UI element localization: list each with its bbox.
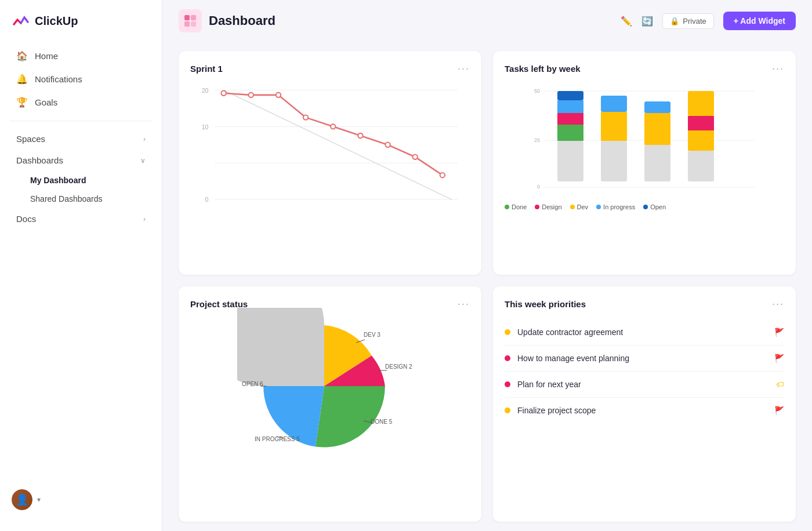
svg-rect-32 xyxy=(601,141,627,181)
svg-text:0: 0 xyxy=(537,184,540,190)
svg-rect-28 xyxy=(557,125,583,141)
svg-point-16 xyxy=(331,124,335,129)
priority-item-2-text: How to manage event planning xyxy=(517,354,629,363)
svg-point-18 xyxy=(385,143,390,147)
nav-divider-1 xyxy=(9,121,153,121)
svg-point-12 xyxy=(221,91,226,96)
svg-text:10: 10 xyxy=(202,124,209,130)
spaces-chevron: › xyxy=(143,135,146,143)
sidebar-item-goals[interactable]: 🏆 Goals xyxy=(5,90,157,114)
private-badge[interactable]: 🔒 Private xyxy=(662,13,713,29)
sprint-card-menu[interactable]: ··· xyxy=(458,63,470,75)
sprint-chart: 20 10 0 xyxy=(190,84,470,212)
docs-chevron: › xyxy=(143,215,146,223)
svg-point-14 xyxy=(276,93,281,97)
priority-item-1-left: Update contractor agreement xyxy=(505,328,623,337)
bar-chart-legend: Done Design Dev In progress xyxy=(505,203,784,210)
sidebar-item-shared-dashboards[interactable]: Shared Dashboards xyxy=(5,190,157,208)
sidebar-section-spaces[interactable]: Spaces › xyxy=(5,128,157,150)
content-area: Sprint 1 ··· 20 10 0 xyxy=(162,42,812,531)
dashboards-label: Dashboards xyxy=(16,155,63,165)
clickup-logo-icon xyxy=(12,12,30,30)
svg-point-13 xyxy=(249,93,253,97)
sidebar-section-docs[interactable]: Docs › xyxy=(5,208,157,230)
priority-item-1: Update contractor agreement 🚩 xyxy=(505,319,784,345)
avatar-image: 👤 xyxy=(12,489,32,510)
priority-flag-1: 🚩 xyxy=(774,328,784,337)
bar-chart: 50 25 0 xyxy=(505,84,784,212)
svg-rect-37 xyxy=(644,128,670,145)
sidebar: ClickUp 🏠 Home 🔔 Notifications 🏆 Goals S… xyxy=(0,0,162,531)
svg-rect-35 xyxy=(601,96,627,112)
sidebar-item-notifications[interactable]: 🔔 Notifications xyxy=(5,67,157,90)
svg-rect-0 xyxy=(184,15,190,20)
topbar-left: Dashboard xyxy=(179,9,276,32)
priority-item-3-text: Plan for next year xyxy=(517,380,581,389)
avatar[interactable]: 👤 xyxy=(12,489,32,510)
dashboard-icon xyxy=(179,9,202,32)
svg-rect-34 xyxy=(601,112,627,123)
svg-rect-41 xyxy=(688,130,714,151)
svg-rect-40 xyxy=(688,151,714,181)
private-label: Private xyxy=(683,17,706,26)
legend-in-progress: In progress xyxy=(596,203,635,210)
project-status-card: Project status ··· xyxy=(179,286,481,522)
sidebar-item-notifications-label: Notifications xyxy=(35,74,82,84)
bell-icon: 🔔 xyxy=(16,73,28,85)
edit-icon[interactable]: ✏️ xyxy=(621,16,632,27)
priority-item-2: How to manage event planning 🚩 xyxy=(505,345,784,372)
sidebar-section-dashboards[interactable]: Dashboards ∨ xyxy=(5,150,157,171)
sidebar-item-my-dashboard[interactable]: My Dashboard xyxy=(5,171,157,190)
priorities-title: This week priorities xyxy=(505,299,586,309)
priority-flag-4: 🚩 xyxy=(774,406,784,415)
svg-rect-38 xyxy=(644,113,670,128)
svg-rect-30 xyxy=(557,100,583,113)
sidebar-footer: 👤 ▾ xyxy=(0,480,162,519)
spaces-label: Spaces xyxy=(16,134,45,144)
priorities-header: This week priorities ··· xyxy=(505,298,784,310)
svg-rect-29 xyxy=(557,113,583,125)
svg-point-19 xyxy=(413,155,418,159)
svg-rect-42 xyxy=(688,116,714,130)
svg-rect-43 xyxy=(688,91,714,116)
svg-point-15 xyxy=(303,115,308,119)
priority-flag-2: 🚩 xyxy=(774,354,784,363)
docs-label: Docs xyxy=(16,214,36,224)
add-widget-button[interactable]: + Add Widget xyxy=(723,12,796,30)
priority-list: Update contractor agreement 🚩 How to man… xyxy=(505,319,784,423)
priority-item-4: Finalize project scope 🚩 xyxy=(505,398,784,423)
home-icon: 🏠 xyxy=(16,50,28,61)
priorities-menu[interactable]: ··· xyxy=(772,298,784,310)
priority-item-3-left: Plan for next year xyxy=(505,380,581,389)
priority-item-4-text: Finalize project scope xyxy=(517,406,596,415)
priorities-card: This week priorities ··· Update contract… xyxy=(493,286,796,522)
sidebar-item-home-label: Home xyxy=(35,51,58,61)
legend-design: Design xyxy=(535,203,561,210)
svg-rect-36 xyxy=(644,145,670,181)
svg-rect-3 xyxy=(191,21,196,27)
priority-item-2-left: How to manage event planning xyxy=(505,354,629,363)
topbar-right: ✏️ 🔄 🔒 Private + Add Widget xyxy=(621,12,796,30)
sidebar-item-home[interactable]: 🏠 Home xyxy=(5,44,157,67)
tasks-card-menu[interactable]: ··· xyxy=(772,63,784,75)
legend-open: Open xyxy=(643,203,666,210)
svg-text:DEV 3: DEV 3 xyxy=(364,332,380,338)
avatar-chevron: ▾ xyxy=(37,496,41,504)
svg-text:0: 0 xyxy=(205,197,209,203)
svg-point-17 xyxy=(358,133,362,138)
project-status-menu[interactable]: ··· xyxy=(458,298,470,310)
svg-rect-31 xyxy=(557,91,583,100)
priority-flag-3: 🏷 xyxy=(776,380,784,389)
svg-line-11 xyxy=(224,90,452,199)
topbar: Dashboard ✏️ 🔄 🔒 Private + Add Widget xyxy=(162,0,812,42)
priority-dot-2 xyxy=(505,355,510,361)
tasks-card: Tasks left by week ··· 50 25 0 xyxy=(493,51,796,275)
lock-icon: 🔒 xyxy=(670,17,679,26)
svg-point-20 xyxy=(440,173,445,177)
shared-dashboards-label: Shared Dashboards xyxy=(30,194,103,203)
refresh-icon[interactable]: 🔄 xyxy=(641,16,653,27)
svg-text:25: 25 xyxy=(534,137,540,143)
svg-rect-2 xyxy=(184,21,190,27)
my-dashboard-label: My Dashboard xyxy=(30,176,86,185)
sprint-card-header: Sprint 1 ··· xyxy=(190,63,470,75)
